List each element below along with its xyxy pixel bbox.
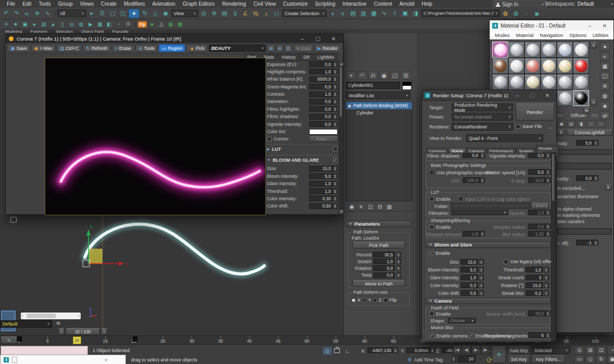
scroll-right-icon[interactable]: ›: [78, 314, 80, 318]
maximize-viewport-icon[interactable]: ▣: [607, 355, 614, 363]
save-file-browse[interactable]: ...: [548, 124, 553, 129]
spinner[interactable]: [544, 290, 549, 296]
key-mode-icon[interactable]: [487, 358, 491, 362]
bloom-setting-field[interactable]: 15,0: [309, 166, 333, 172]
sharpen-enable-checkbox[interactable]: [429, 225, 434, 229]
spinner[interactable]: [396, 252, 401, 257]
lut-checkbox[interactable]: [333, 147, 338, 151]
sign-in-button[interactable]: Sign In ▾: [493, 1, 546, 8]
create-star-icon[interactable]: ★: [11, 21, 20, 28]
bloom-setting-field[interactable]: 1,0: [309, 188, 333, 194]
preset-dropdown[interactable]: No preset selected▾: [452, 113, 513, 121]
extra-field[interactable]: [557, 228, 611, 235]
zoom-in-icon[interactable]: ⊕: [267, 44, 275, 52]
post-setting-field[interactable]: 0,0: [309, 61, 333, 67]
enable-camera-checkbox[interactable]: [429, 333, 434, 338]
create-geosphere-icon[interactable]: ◍: [77, 21, 85, 28]
menu-item[interactable]: Arnold: [395, 1, 418, 7]
material-slot[interactable]: [573, 90, 589, 106]
material-library-icon[interactable]: ▤: [40, 21, 48, 28]
pick-path-button[interactable]: Pick Path: [353, 242, 405, 249]
spinner[interactable]: [544, 267, 549, 272]
menu-item[interactable]: Help: [418, 1, 436, 7]
bind-to-space-warp-icon[interactable]: ∿: [43, 9, 53, 18]
background-icon[interactable]: ▦: [600, 62, 610, 70]
material-slot[interactable]: [492, 42, 508, 58]
spinner[interactable]: [479, 290, 484, 296]
bloom-setting-field[interactable]: 0,3: [460, 282, 478, 288]
close-icon[interactable]: ×: [105, 357, 108, 363]
menu-item[interactable]: Scripting: [311, 1, 339, 7]
sample-ui-icon[interactable]: ▢: [600, 72, 610, 80]
render-setup-icon[interactable]: ▣: [400, 9, 410, 18]
me-title-bar[interactable]: 3 Material Editor - 01 - Default – ✕: [490, 20, 613, 31]
menu-item[interactable]: Views: [76, 1, 98, 7]
angle-snap-icon[interactable]: ∠: [240, 9, 250, 18]
menu-item[interactable]: Graph Editors: [179, 1, 219, 7]
display-tab-icon[interactable]: ▢: [390, 71, 400, 80]
save-button[interactable]: ▣Save: [7, 44, 30, 52]
spinner[interactable]: [396, 265, 401, 271]
reset-map-icon[interactable]: ◌: [587, 120, 595, 127]
spinner[interactable]: [479, 259, 484, 265]
zoom-out-icon[interactable]: ⊖: [276, 44, 284, 52]
dof-enable-checkbox[interactable]: [429, 311, 434, 316]
spinner[interactable]: [546, 332, 551, 338]
spinner[interactable]: [333, 121, 338, 127]
spinner[interactable]: [333, 188, 338, 194]
object-color-swatch[interactable]: [402, 82, 412, 90]
spinner[interactable]: [594, 175, 598, 181]
modifier-list-dropdown[interactable]: Modifier List▾: [346, 92, 411, 99]
post-setting-field[interactable]: 0,0: [309, 99, 333, 105]
isolate-selection-icon[interactable]: ⊙: [323, 347, 332, 355]
spinner[interactable]: [333, 181, 338, 187]
bloom-setting-field[interactable]: 0,50: [309, 203, 333, 209]
selection-lock-icon[interactable]: [334, 348, 340, 353]
select-by-name-icon[interactable]: ☰: [97, 9, 107, 18]
window-crossing-toggle-icon[interactable]: ◫: [118, 9, 128, 18]
spinner[interactable]: [393, 347, 398, 353]
video-color-check-icon[interactable]: ≋: [600, 82, 610, 90]
parameters-rollout-header[interactable]: ▼Parameters: [346, 220, 412, 227]
material-slot[interactable]: [508, 74, 525, 90]
taskbar-popup[interactable]: 3 ×: [0, 355, 126, 364]
align-icon[interactable]: ≡: [338, 9, 348, 18]
geometry-segments-field[interactable]: 3: [528, 340, 546, 341]
modifier-stack-item[interactable]: Cylinder: [346, 109, 412, 116]
play-button[interactable]: ▶: [471, 346, 480, 354]
bloom-setting-field[interactable]: 1,0: [526, 267, 543, 272]
spinner[interactable]: [479, 275, 484, 280]
me-menu-item[interactable]: Options: [566, 32, 590, 38]
axis-x-radio[interactable]: [351, 298, 356, 303]
spinner[interactable]: [546, 169, 551, 175]
camera-rollout-header[interactable]: ▼Camera: [426, 297, 551, 304]
frame-spinner[interactable]: [452, 356, 456, 361]
copy-button[interactable]: ▤Ctrl+C: [57, 44, 82, 52]
maximize-icon[interactable]: ▢: [312, 35, 324, 42]
post-setting-field[interactable]: 0,0: [309, 114, 333, 120]
me-menu-item[interactable]: Material: [513, 32, 537, 38]
lut-section-header[interactable]: ▶LUT: [267, 144, 338, 152]
menu-item[interactable]: Content: [370, 1, 395, 7]
material-slot[interactable]: [541, 58, 557, 74]
material-slot[interactable]: [541, 74, 557, 90]
close-icon[interactable]: ✕: [541, 92, 554, 99]
configure-modifier-sets-icon[interactable]: ▨: [386, 203, 392, 210]
post-setting-field[interactable]: 6500,0: [309, 76, 333, 82]
hierarchy-tab-icon[interactable]: ⊓: [368, 71, 378, 80]
post-setting-field[interactable]: 0,0: [309, 84, 333, 89]
key-filter-selected-dropdown[interactable]: Selected▾: [532, 346, 570, 354]
vfb-title-bar[interactable]: Corona 7 (Hotfix 1) | 505×505px (1:1) | …: [6, 34, 343, 43]
keyframe-marker[interactable]: [17, 336, 22, 342]
menu-item[interactable]: Civil View: [250, 1, 279, 7]
render-button[interactable]: ▶Render: [314, 44, 341, 52]
set-key-button[interactable]: Set Key: [508, 355, 530, 363]
spinner[interactable]: [546, 152, 551, 158]
view-to-render-dropdown[interactable]: Quad 4 - Front▾: [466, 134, 543, 142]
put-material-icon[interactable]: ◎: [567, 120, 575, 127]
material-type-button[interactable]: CoronaLightMtl: [567, 129, 612, 136]
bloom-setting-field[interactable]: 3: [526, 275, 543, 280]
post-setting-field[interactable]: 0,0: [309, 121, 333, 127]
layers-stack-icon[interactable]: ≋: [54, 319, 62, 327]
field-of-view-icon[interactable]: ◔: [607, 346, 614, 355]
